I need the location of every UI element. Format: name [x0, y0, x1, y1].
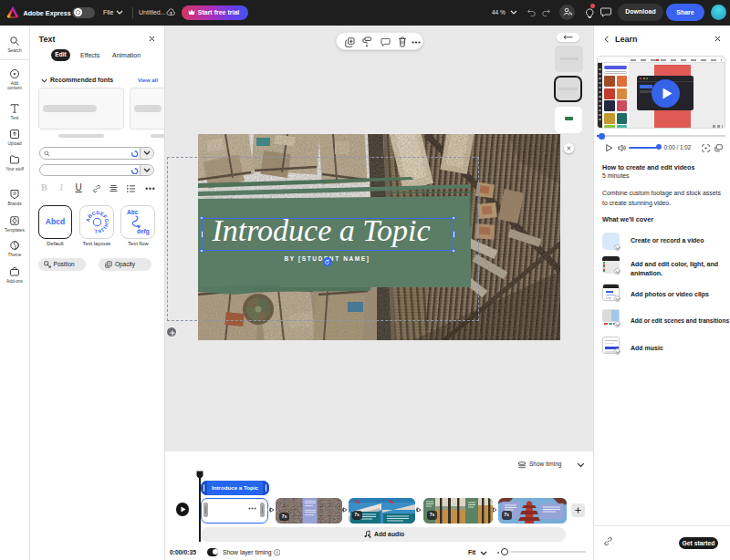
svg-text:ABCDEFGHIJKL: ABCDEFGHIJKL [86, 211, 109, 233]
